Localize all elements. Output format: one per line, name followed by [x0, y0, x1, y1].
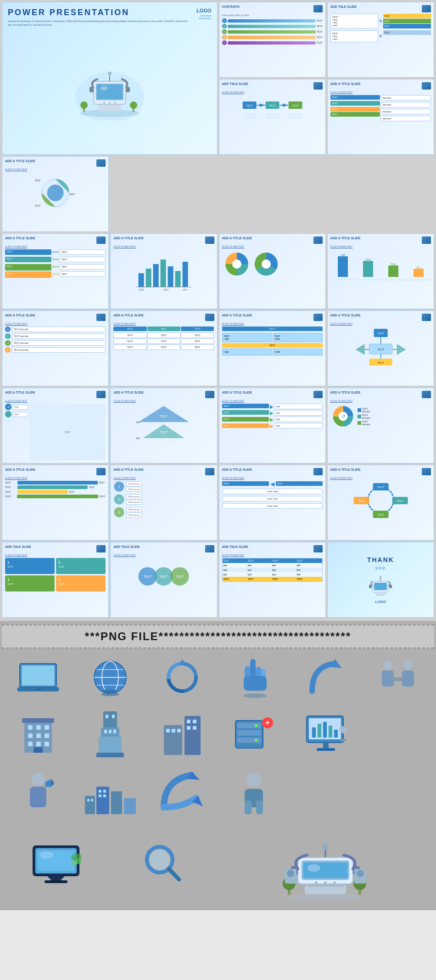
svg-rect-171: [323, 722, 327, 738]
slide-6[interactable]: ADD A TITLE SLIDE CLICK TO ADD TEXT TEXT…: [2, 233, 109, 309]
png-spacer: [363, 705, 432, 763]
slide-3-header: ADD TItLE SLIDE: [222, 82, 323, 90]
svg-rect-170: [318, 724, 321, 738]
slide-5[interactable]: ADD A TITLE SLIDE CLICK TO ADD TEXT TEXT…: [2, 156, 109, 232]
svg-text:TEXT: TEXT: [160, 575, 168, 578]
slide-4-header: ADD A TITLE SLIDE: [330, 82, 431, 90]
svg-text:2011: 2011: [183, 288, 188, 291]
slide-3-content: CLICK TO ADD TEXT TEXT: [222, 91, 323, 152]
content-row-2: 2 TEXT: [222, 24, 323, 28]
svg-rect-174: [323, 743, 329, 749]
slide-3-label: ADD TItLE SLIDE: [222, 82, 248, 85]
slide-16[interactable]: ADD A TITLE SLIDE CLICK TO ADD TEXT TEXT…: [219, 388, 326, 463]
svg-rect-40: [139, 273, 144, 287]
slide-11[interactable]: ADD A TITLE SLIDE CLICK TO ADD TEXT TEXT…: [110, 310, 217, 386]
svg-text:TEXT: TEXT: [377, 513, 385, 516]
svg-line-207: [169, 869, 179, 879]
svg-rect-32: [265, 116, 279, 118]
slide-2-label: ADD TItLE SLIDE: [330, 5, 357, 8]
svg-point-192: [246, 772, 261, 787]
slide-4[interactable]: ADD A TITLE SLIDE CLICK TO ADD TEXT TEXT…: [327, 79, 434, 155]
png-person-mega: [4, 767, 73, 820]
svg-rect-135: [45, 733, 49, 738]
page-wrapper: POWER PRESENTATION started its business …: [0, 0, 436, 910]
svg-text:T: T: [118, 511, 120, 515]
png-building3: [147, 705, 217, 763]
svg-rect-131: [36, 725, 41, 730]
svg-rect-138: [45, 742, 49, 746]
svg-text:TEXT: TEXT: [377, 361, 385, 364]
png-laptop: [4, 653, 73, 702]
slide-20[interactable]: ADD A TITLE SLIDE CLICK TO ADD TEXT TEXT…: [219, 465, 326, 541]
slide-17[interactable]: ADD A TITLE SLIDE CLICK TO ADD TEXT: [327, 388, 434, 463]
svg-point-221: [333, 881, 336, 884]
svg-rect-95: [374, 583, 387, 590]
svg-point-36: [47, 185, 64, 201]
svg-rect-187: [103, 790, 106, 793]
svg-text:TEXT: TEXT: [144, 575, 152, 578]
png-section: ***PNG FILE*****************************…: [0, 621, 436, 910]
svg-text:T: T: [118, 485, 120, 489]
thankyou-robot: [364, 573, 397, 598]
hero-slide[interactable]: POWER PRESENTATION started its business …: [2, 2, 218, 155]
png-icons-row2: +: [2, 704, 434, 765]
svg-rect-144: [106, 715, 108, 718]
slide-contents[interactable]: CONTENTS lorem ipsum dolor sit amet 1 TE…: [219, 2, 326, 78]
slide-13[interactable]: ADD A TITLE SLIDE CLICK TO ADD TEXT TEXT…: [327, 310, 434, 386]
svg-text:TEXT: TEXT: [291, 104, 299, 107]
slide-19[interactable]: ADD A TITLE SLIDE CLICK TO ADD TEXT T TE…: [110, 465, 217, 541]
png-person2: [219, 767, 289, 820]
slide-7[interactable]: ADD A TITLE SLIDE CLICK TO ADD TEXT: [110, 233, 217, 309]
slide-12[interactable]: ADD A TITLE SLIDE CLICK TO ADD TEXT TEXT…: [219, 310, 326, 386]
svg-text:text: text: [136, 421, 140, 423]
svg-rect-159: [237, 723, 261, 728]
svg-point-163: [255, 732, 257, 734]
svg-rect-189: [103, 794, 106, 797]
svg-rect-153: [177, 729, 181, 732]
slide-21[interactable]: ADD A TITLE SLIDE CLICK TO ADD TEXT TEXT…: [327, 465, 434, 541]
png-spacer3: [363, 767, 432, 820]
svg-rect-116: [250, 659, 256, 677]
slide-14[interactable]: ADD A TITLE SLIDE CLICK TO ADD TEXT ● TE…: [2, 388, 109, 463]
svg-rect-129: [22, 718, 54, 723]
slide-5-header: ADD A TITLE SLIDE: [5, 159, 106, 167]
svg-rect-151: [166, 729, 170, 732]
svg-rect-184: [87, 799, 89, 801]
slide-10[interactable]: ADD A TITLE SLIDE CLICK TO ADD TEXT 1 TE…: [2, 310, 109, 386]
svg-text:text: text: [136, 437, 140, 439]
png-hand-cursor: [219, 653, 289, 702]
slide-3[interactable]: ADD TItLE SLIDE CLICK TO ADD TEXT: [219, 79, 326, 155]
svg-rect-178: [30, 787, 46, 807]
slide-contents-header: CONTENTS: [222, 5, 323, 12]
slide-22[interactable]: ADD TitLE SLIDE CLICK TO ADD TEXT 1TEXT …: [2, 542, 109, 618]
svg-text:T: T: [118, 498, 120, 502]
svg-point-52: [262, 259, 271, 269]
slide-row-3: ADD A TITLE SLIDE CLICK TO ADD TEXT 1 TE…: [2, 310, 434, 386]
svg-rect-169: [312, 727, 316, 738]
thankyou-heading: THANK: [367, 556, 394, 563]
slide-2-header: ADD TItLE SLIDE: [330, 5, 431, 12]
slide-9[interactable]: ADD A TITLE SLIDE CLICK TO ADD TEXT 1st …: [327, 233, 434, 309]
slides-section: POWER PRESENTATION started its business …: [0, 0, 436, 621]
png-city: [76, 767, 145, 820]
contents-items: lorem ipsum dolor sit amet 1 TEXT 2 TEXT…: [222, 14, 323, 74]
svg-rect-43: [161, 259, 166, 287]
slide-2[interactable]: ADD TItLE SLIDE TEXT• text• text• text +…: [327, 2, 434, 78]
slide-2-content: TEXT• text• text• text + TEXT TEXT TEXT …: [330, 14, 431, 74]
svg-rect-42: [153, 264, 159, 287]
svg-text:TEXT: TEXT: [246, 104, 253, 107]
svg-point-229: [357, 870, 364, 877]
svg-text:TEXT: TEXT: [268, 104, 276, 107]
slide-15[interactable]: ADD A TITLE SLIDE CLICK TO ADD TEXT TEXT…: [110, 388, 217, 463]
slide-8[interactable]: ADD A TITLE SLIDE CLICK TO ADD TEXT: [219, 233, 326, 309]
slide-icon-3: [313, 82, 323, 90]
svg-point-13: [103, 102, 105, 104]
content-row-1: 1 TEXT: [222, 18, 323, 23]
slide-thankyou[interactable]: THANK you: [327, 542, 434, 618]
slide-24[interactable]: ADD TitLE SLIDE CLICK TO ADD TEXT TEXTTE…: [219, 542, 326, 618]
svg-point-107: [34, 688, 42, 690]
svg-text:TEXT: TEXT: [160, 415, 168, 418]
hero-title-bar: POWER PRESENTATION started its business …: [8, 8, 212, 31]
slide-18[interactable]: ADD A TITLE SLIDE CLICK TO ADD TEXT TEXT…: [2, 465, 109, 541]
slide-23[interactable]: ADD TItLE SLIDE CLICK TO ADD TEXT TEXT T…: [110, 542, 217, 618]
